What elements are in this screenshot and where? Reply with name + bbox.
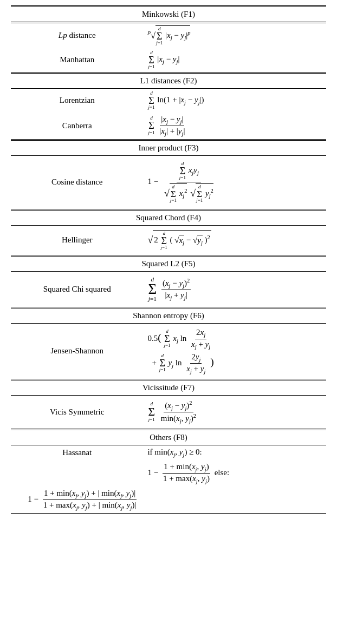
section-header-F2: L1 distances (F2) — [11, 73, 326, 88]
section-header-F3: Inner product (F3) — [11, 140, 326, 155]
row-lp: Lp distance p√ d Σ j=1 |xj − yj|p — [11, 23, 326, 48]
section-header-F7: Vicissitude (F7) — [11, 379, 326, 395]
row-hellinger: Hellinger √ 2 d Σ j=1 ( √ — [11, 225, 326, 255]
row-hassanat-1: Hassanat if min(xj, yj) ≥ 0: — [11, 445, 326, 460]
section-title-F1: Minkowski (F1) — [142, 10, 195, 18]
section-title-F3: Inner product (F3) — [139, 143, 199, 152]
row-hassanat-3: 1 − 1 + min(xj, yj) + | min(xj, yj)| 1 +… — [11, 487, 326, 514]
row-hassanat-2: 1 − 1 + min(xj, yj) 1 + max(xj, yj) else… — [11, 460, 326, 487]
section-title-F4: Squared Chord (F4) — [136, 213, 201, 222]
section-header-F4: Squared Chord (F4) — [11, 209, 326, 225]
section-title-F7: Vicissitude (F7) — [142, 383, 195, 392]
section-header-F6: Shannon entropy (F6) — [11, 307, 326, 323]
section-title-F2: L1 distances (F2) — [140, 76, 197, 85]
row-jensen-shannon: Jensen-Shannon 0.5( d Σ j=1 xj ln 2xj xj… — [11, 323, 326, 379]
section-header-F5: Squared L2 (F5) — [11, 255, 326, 271]
section-header-F8: Others (F8) — [11, 429, 326, 445]
section-title-F8: Others (F8) — [150, 433, 187, 442]
row-vicis: Vicis Symmetric d Σ j=1 (xj − yj)2 min(x… — [11, 395, 326, 429]
row-chi-squared: Squared Chi squared d Σ j=1 (xj − yj)2 |… — [11, 271, 326, 307]
section-title-F5: Squared L2 (F5) — [141, 259, 195, 268]
distance-table: Minkowski (F1) Lp distance p√ d Σ j=1 |x… — [11, 5, 326, 514]
section-title-F6: Shannon entropy (F6) — [133, 311, 204, 320]
row-lorentzian: Lorentzian d Σ j=1 ln(1 + |xj − yj|) — [11, 88, 326, 112]
section-header-F1: Minkowski (F1) — [11, 6, 326, 23]
row-canberra: Canberra d Σ j=1 |xj − yj| |xj| + |yj| — [11, 113, 326, 140]
row-cosine: Cosine distance 1 − d Σ j=1 xjyj — [11, 155, 326, 209]
row-manhattan: Manhattan d Σ j=1 |xj − yj| — [11, 48, 326, 73]
